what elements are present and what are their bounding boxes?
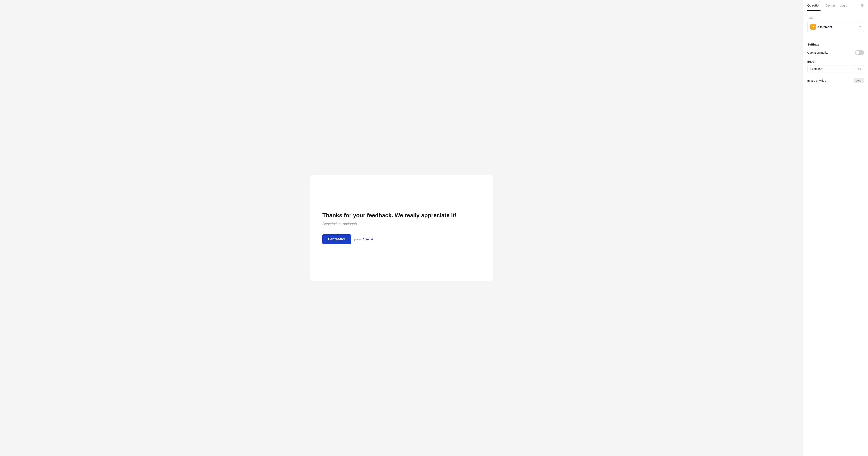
tab-logic[interactable]: Logic [840,0,847,11]
divider [803,37,868,38]
add-image-button[interactable]: Add [854,78,864,83]
press-enter-hint: press Enter ↵ [354,237,373,241]
type-icon: ❝ [810,24,816,30]
enter-word: Enter [363,237,370,241]
tabs-bar: Question Design Logic ⚙ [803,0,868,11]
button-section-label: Button [807,60,864,63]
tab-design[interactable]: Design [825,0,835,11]
question-description: Description (optional) [322,222,481,226]
press-word: press [354,237,362,241]
tab-question[interactable]: Question [807,0,820,11]
question-title: Thanks for your feedback. We really appr… [322,212,481,219]
fantastic-button[interactable]: Fantastic! [322,234,351,244]
image-video-label: Image or video [807,79,826,82]
image-video-row: Image or video Add [807,78,864,83]
quotation-marks-row: Quotation marks [807,50,864,55]
toggle-knob [856,51,860,55]
button-char-count: 10 / 24 [854,68,861,70]
button-section: Button Fantastic! 10 / 24 [807,60,864,78]
button-row: Fantastic! press Enter ↵ [322,234,481,244]
type-dropdown[interactable]: ❝ Statement ▾ [807,22,864,32]
panel-content: Type ❝ Statement ▾ Settings Quotation ma… [803,11,868,88]
quotation-marks-label: Quotation marks [807,51,828,54]
button-input-value: Fantastic! [810,67,854,71]
gear-icon[interactable]: ⚙ [861,0,864,11]
type-label: Type [807,16,864,19]
main-area: Thanks for your feedback. We really appr… [0,0,803,456]
question-card: Thanks for your feedback. We really appr… [310,175,493,281]
chevron-down-icon: ▾ [860,25,861,28]
right-panel: Question Design Logic ⚙ Type ❝ Statement… [803,0,868,456]
button-input-row[interactable]: Fantastic! 10 / 24 [807,65,864,73]
type-icon-text: ❝ [813,25,814,28]
enter-icon: ↵ [371,237,373,241]
type-name: Statement [818,25,860,29]
quotation-marks-toggle[interactable] [855,50,864,55]
settings-title: Settings [807,43,864,46]
